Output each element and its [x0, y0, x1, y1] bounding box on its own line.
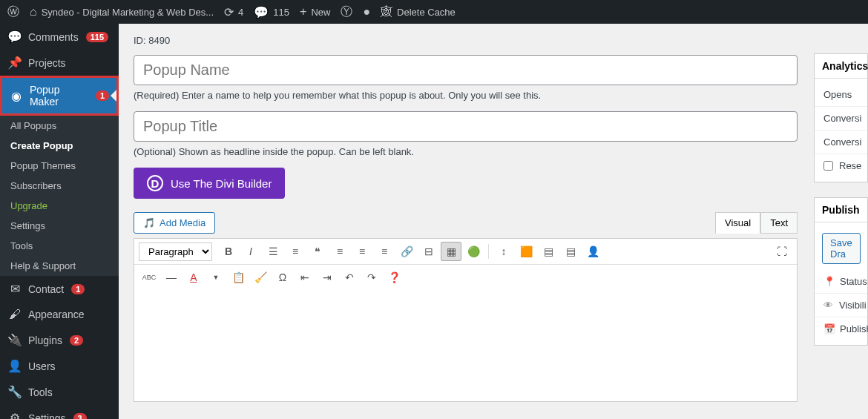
gauge-icon: 🕸 [381, 5, 392, 19]
popup-maker-submenu: All Popups Create Popup Popup Themes Sub… [0, 116, 119, 276]
media-icon: 🎵 [143, 217, 155, 228]
toolbar-row-2: ABC — A ▼ 📋 🧹 Ω ⇤ ⇥ ↶ ↷ ❓ [134, 265, 797, 290]
calendar-icon: 📅 [823, 323, 834, 334]
pin-icon: 📌 [7, 56, 22, 70]
bullet-list-button[interactable]: ☰ [263, 242, 283, 261]
analytics-opens[interactable]: Opens [815, 83, 867, 107]
publish-panel: Publish Save Dra 📍Status 👁Visibili 📅Publ… [814, 197, 868, 346]
plugin-button-2[interactable]: ↕ [493, 242, 514, 261]
new-link[interactable]: +New [300, 5, 330, 19]
comment-icon: 💬 [7, 30, 22, 44]
read-more-button[interactable]: ⊟ [418, 242, 439, 261]
sidebar-item-plugins[interactable]: 🔌 Plugins 2 [0, 327, 119, 353]
text-color-button[interactable]: A [183, 268, 204, 287]
redo-button[interactable]: ↷ [361, 268, 382, 287]
badge: 115 [86, 32, 108, 42]
sub-item-popup-themes[interactable]: Popup Themes [0, 156, 119, 176]
yoast-icon: Ⓨ [341, 4, 352, 20]
blockquote-button[interactable]: ❝ [307, 242, 328, 261]
sub-item-all-popups[interactable]: All Popups [0, 116, 119, 136]
sidebar-item-users[interactable]: 👤 Users [0, 353, 119, 379]
tab-visual[interactable]: Visual [715, 212, 760, 234]
help-button[interactable]: ❓ [384, 268, 404, 287]
analytics-panel: Analytics Opens Conversi Conversi Rese [814, 53, 868, 182]
sub-item-help[interactable]: Help & Support [0, 256, 119, 276]
sub-item-create-popup[interactable]: Create Popup [0, 136, 119, 156]
plugin-button-6[interactable]: 👤 [582, 242, 603, 261]
badge: 1 [96, 90, 109, 101]
add-media-button[interactable]: 🎵 Add Media [134, 212, 215, 234]
mail-icon: ✉ [7, 282, 22, 296]
sidebar-item-label: Popup Maker [30, 84, 88, 108]
site-link[interactable]: ⌂Syndeo - Digital Marketing & Web Des... [30, 5, 214, 19]
admin-bar: ⓦ ⌂Syndeo - Digital Marketing & Web Des.… [0, 0, 868, 24]
visibility-row[interactable]: 👁Visibili [815, 294, 867, 317]
divi-builder-button[interactable]: D Use The Divi Builder [134, 168, 285, 199]
sidebar-item-label: Appearance [28, 309, 85, 320]
analytics-conversions-1[interactable]: Conversi [815, 107, 867, 131]
status-row[interactable]: 📍Status [815, 270, 867, 294]
sidebar-item-label: Plugins [28, 334, 62, 346]
format-select[interactable]: Paragraph [139, 243, 212, 261]
plugin-button-3[interactable]: 🟧 [516, 242, 536, 261]
publish-on-row[interactable]: 📅Publish [815, 317, 867, 340]
align-left-button[interactable]: ≡ [329, 242, 350, 261]
indent-button[interactable]: ⇥ [317, 268, 338, 287]
delete-cache[interactable]: 🕸Delete Cache [381, 5, 456, 19]
hr-button[interactable]: — [161, 268, 182, 287]
fullscreen-button[interactable]: ⛶ [772, 242, 792, 261]
align-center-button[interactable]: ≡ [352, 242, 372, 261]
strikethrough-button[interactable]: ABC [139, 268, 160, 287]
bold-button[interactable]: B [218, 242, 239, 261]
plugin-button-5[interactable]: ▤ [560, 242, 581, 261]
wp-logo[interactable]: ⓦ [7, 4, 19, 20]
save-draft-button[interactable]: Save Dra [822, 233, 861, 264]
site-name: Syndeo - Digital Marketing & Web Des... [42, 7, 214, 18]
divi-icon: D [147, 175, 163, 191]
editor-content[interactable] [134, 290, 797, 401]
updates-link[interactable]: ⟳4 [224, 5, 243, 19]
italic-button[interactable]: I [240, 242, 261, 261]
link-button[interactable]: 🔗 [396, 242, 417, 261]
sidebar-item-settings[interactable]: ⚙ Settings 3 [0, 405, 119, 419]
popup-title-input[interactable] [134, 111, 798, 142]
analytics-conversions-2[interactable]: Conversi [815, 131, 867, 154]
sidebar-item-tools[interactable]: 🔧 Tools [0, 379, 119, 405]
sub-item-tools[interactable]: Tools [0, 236, 119, 256]
text-color-dropdown[interactable]: ▼ [206, 268, 226, 287]
paste-text-button[interactable]: 📋 [228, 268, 249, 287]
analytics-reset[interactable]: Rese [815, 154, 867, 177]
special-char-button[interactable]: Ω [272, 268, 293, 287]
dot-indicator[interactable]: ● [363, 5, 370, 19]
comments-link[interactable]: 💬115 [254, 5, 289, 19]
outdent-button[interactable]: ⇤ [295, 268, 315, 287]
popup-id: ID: 8490 [134, 35, 798, 46]
divi-label: Use The Divi Builder [171, 177, 272, 190]
wysiwyg-editor: Paragraph B I ☰ ≡ ❝ ≡ ≡ ≡ 🔗 ⊟ ▦ 🟢 ↕ 🟧 ▤ … [134, 238, 798, 402]
plugin-button-1[interactable]: 🟢 [463, 242, 484, 261]
sub-item-subscribers[interactable]: Subscribers [0, 176, 119, 196]
publish-title: Publish [815, 198, 867, 222]
sidebar-item-label: Projects [28, 57, 66, 69]
sidebar-item-label: Settings [28, 412, 66, 420]
reset-checkbox[interactable] [823, 161, 833, 171]
tab-text[interactable]: Text [760, 212, 798, 234]
yoast-link[interactable]: Ⓨ [341, 4, 352, 20]
sidebar-item-label: Users [28, 360, 56, 372]
user-icon: 👤 [7, 359, 22, 373]
toolbar-toggle-button[interactable]: ▦ [441, 242, 461, 261]
title-helper-text: (Optional) Shown as headline inside the … [134, 146, 798, 157]
popup-name-input[interactable] [134, 55, 798, 85]
sub-item-settings[interactable]: Settings [0, 216, 119, 236]
sidebar-item-contact[interactable]: ✉ Contact 1 [0, 276, 119, 302]
undo-button[interactable]: ↶ [339, 268, 360, 287]
align-right-button[interactable]: ≡ [374, 242, 395, 261]
plugin-button-4[interactable]: ▤ [538, 242, 559, 261]
sidebar-item-appearance[interactable]: 🖌 Appearance [0, 302, 119, 327]
sub-item-upgrade[interactable]: Upgrade [0, 196, 119, 216]
clear-format-button[interactable]: 🧹 [250, 268, 271, 287]
numbered-list-button[interactable]: ≡ [285, 242, 306, 261]
sidebar-item-comments[interactable]: 💬 Comments 115 [0, 24, 119, 50]
sidebar-item-projects[interactable]: 📌 Projects [0, 50, 119, 76]
sidebar-item-popup-maker[interactable]: ◉ Popup Maker 1 [0, 76, 119, 116]
